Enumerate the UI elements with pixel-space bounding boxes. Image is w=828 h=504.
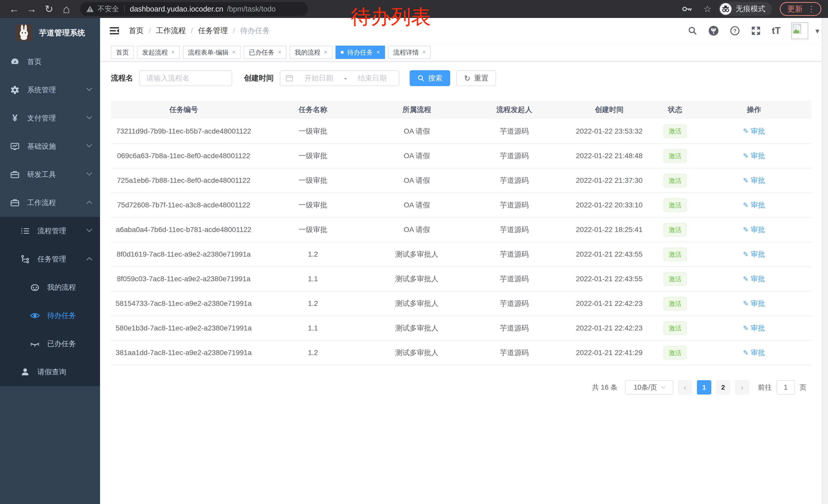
browser-forward-icon[interactable]: →: [24, 0, 39, 18]
tab-start-process[interactable]: 发起流程 ×: [137, 46, 180, 59]
approve-link[interactable]: ✎审批: [743, 299, 765, 308]
browser-home-icon[interactable]: ⌂: [59, 0, 74, 18]
sidebar-item-task-management[interactable]: 任务管理: [0, 245, 100, 273]
process-name-input[interactable]: [139, 70, 232, 86]
browser-scrollbar[interactable]: [822, 18, 828, 504]
cell-process: 测试多审批人: [369, 242, 464, 267]
tab-done-tasks[interactable]: 已办任务 ×: [244, 46, 287, 59]
task-table: 任务编号 任务名称 所属流程 流程发起人 创建时间 状态 操作 73211d9d…: [111, 100, 812, 365]
sidebar-item-home[interactable]: 首页: [0, 48, 100, 76]
close-icon[interactable]: ×: [324, 49, 327, 56]
font-size-icon[interactable]: tT: [772, 26, 781, 36]
breadcrumb-item[interactable]: 任务管理: [198, 26, 228, 36]
password-key-icon[interactable]: [682, 6, 693, 12]
tab-my-process[interactable]: 我的流程 ×: [290, 46, 332, 59]
page-size-select[interactable]: 10条/页: [625, 380, 673, 395]
fullscreen-icon[interactable]: [751, 26, 761, 36]
sidebar-item-todo-tasks[interactable]: 待办任务: [0, 302, 100, 330]
jump-page-input[interactable]: [777, 380, 795, 395]
avatar[interactable]: [791, 22, 808, 39]
approve-link[interactable]: ✎审批: [743, 225, 765, 235]
table-row: 75d72608-7b7f-11ec-a3c8-acde48001122 一级审…: [111, 193, 812, 217]
tab-form-edit[interactable]: 流程表单-编辑 ×: [183, 46, 241, 59]
close-icon[interactable]: ×: [171, 49, 175, 56]
close-icon[interactable]: ×: [377, 49, 380, 56]
prev-page-button[interactable]: ‹: [678, 380, 692, 395]
cell-status: 激活: [654, 316, 696, 340]
approve-link[interactable]: ✎审批: [743, 274, 765, 284]
cell-task-name: 一级审批: [256, 168, 369, 193]
not-secure-warning-icon[interactable]: [86, 5, 94, 12]
chrome-update-button[interactable]: 更新 ⋮: [780, 2, 821, 16]
breadcrumb-item[interactable]: 首页: [129, 26, 143, 36]
search-button[interactable]: 搜索: [410, 70, 450, 86]
cell-status: 激活: [654, 193, 696, 217]
sidebar-logo-row[interactable]: 芋道管理系统: [0, 18, 100, 48]
cell-task-id: 8f059c03-7ac8-11ec-a9e2-a2380e71991a: [111, 267, 256, 291]
cell-status: 激活: [654, 217, 696, 242]
edit-pencil-icon: ✎: [743, 201, 749, 209]
sidebar-item-infrastructure[interactable]: 基础设施: [0, 132, 100, 161]
approve-link[interactable]: ✎审批: [743, 176, 765, 185]
sidebar-item-label: 已办任务: [47, 339, 76, 349]
workflow-submenu: 流程管理 任务管理 我的流程 待办任务: [0, 217, 100, 386]
sidebar-item-leave-query[interactable]: 请假查询: [0, 358, 100, 386]
page-button-1[interactable]: 1: [697, 380, 711, 395]
edit-pencil-icon: ✎: [743, 349, 749, 357]
close-icon[interactable]: ×: [232, 49, 236, 56]
page-button-2[interactable]: 2: [716, 380, 730, 395]
cell-process: OA 请假: [369, 193, 464, 217]
cell-create-time: 2022-01-22 21:37:30: [564, 168, 654, 193]
cell-starter: 芋道源码: [464, 316, 564, 340]
table-header-row: 任务编号 任务名称 所属流程 流程发起人 创建时间 状态 操作: [111, 100, 812, 119]
next-page-button[interactable]: ›: [735, 380, 749, 395]
date-range-picker[interactable]: 开始日期 - 结束日期: [280, 70, 399, 86]
approve-link[interactable]: ✎审批: [743, 200, 765, 210]
approve-link[interactable]: ✎审批: [743, 151, 765, 161]
approve-link-label: 审批: [750, 225, 765, 235]
sidebar-item-done-tasks[interactable]: 已办任务: [0, 330, 100, 358]
cell-create-time: 2022-01-22 18:25:41: [564, 217, 654, 242]
sidebar-item-system[interactable]: 系统管理: [0, 76, 100, 104]
chevron-down-icon: [86, 85, 92, 91]
sidebar-item-label: 待办任务: [47, 311, 76, 320]
bookmark-star-icon[interactable]: ☆: [703, 4, 711, 14]
sidebar-item-label: 首页: [27, 57, 42, 67]
indent-list-icon: [20, 226, 30, 236]
approve-link[interactable]: ✎审批: [743, 348, 765, 358]
chevron-down-icon: [86, 113, 92, 120]
end-date-placeholder[interactable]: 结束日期: [351, 73, 394, 83]
address-bar[interactable]: 不安全 dashboard.yudao.iocoder.cn/bpm/task/…: [80, 2, 308, 16]
sidebar-item-dev-tools[interactable]: 研发工具: [0, 161, 100, 189]
calendar-icon: [286, 74, 293, 82]
browser-menu-dots-icon[interactable]: ⋮: [807, 4, 816, 14]
avatar-caret-icon[interactable]: ▾: [816, 27, 819, 35]
tab-process-detail[interactable]: 流程详情 ×: [388, 46, 431, 59]
sidebar-item-payment[interactable]: ¥ 支付管理: [0, 104, 100, 132]
browser-back-icon[interactable]: ←: [7, 0, 22, 18]
approve-link[interactable]: ✎审批: [743, 126, 765, 136]
close-icon[interactable]: ×: [422, 49, 426, 56]
sidebar-fold-icon[interactable]: [109, 26, 120, 36]
approve-link[interactable]: ✎审批: [743, 323, 765, 333]
approve-link[interactable]: ✎审批: [743, 249, 765, 259]
chevron-down-icon: [86, 226, 92, 232]
tab-home[interactable]: 首页: [111, 46, 134, 59]
approve-link-label: 审批: [750, 126, 765, 136]
breadcrumb-item[interactable]: 工作流程: [156, 26, 186, 36]
browser-reload-icon[interactable]: ↻: [42, 0, 56, 18]
sidebar-item-process-management[interactable]: 流程管理: [0, 217, 100, 245]
pagination-total: 共 16 条: [592, 383, 617, 392]
tab-todo-tasks[interactable]: 待办任务 ×: [335, 46, 385, 59]
reset-button[interactable]: ↻ 重置: [456, 70, 496, 86]
sidebar-item-my-process[interactable]: 我的流程: [0, 273, 100, 302]
sidebar-item-workflow[interactable]: 工作流程: [0, 189, 100, 217]
help-icon[interactable]: ?: [730, 26, 740, 36]
search-icon[interactable]: [688, 26, 697, 36]
table-row: a6aba0a4-7b6d-11ec-b781-acde48001122 一级审…: [111, 217, 812, 242]
sidebar-item-label: 研发工具: [27, 170, 56, 179]
close-icon[interactable]: ×: [278, 49, 281, 56]
table-row: 725a1eb6-7b88-11ec-8ef0-acde48001122 一级审…: [111, 168, 812, 193]
github-icon[interactable]: [708, 26, 719, 36]
start-date-placeholder[interactable]: 开始日期: [297, 73, 340, 83]
